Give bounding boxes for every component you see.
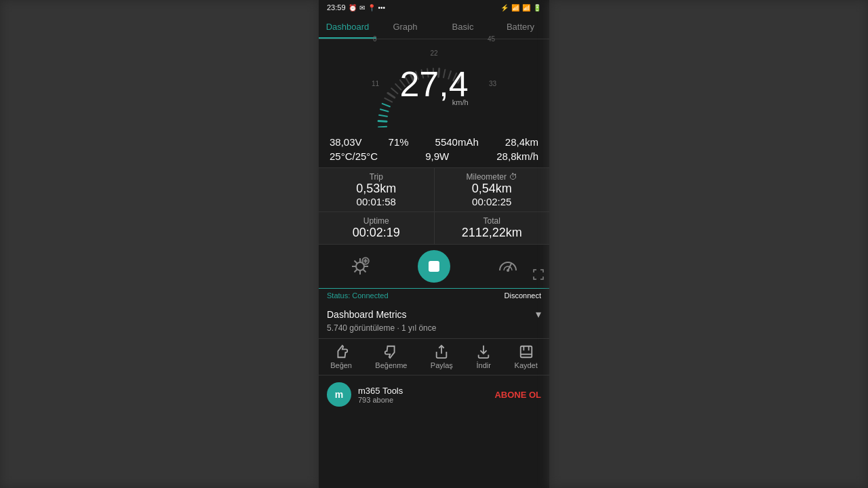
- msg-icon: ✉: [359, 4, 365, 12]
- youtube-actions: Beğen Beğenme Paylaş: [319, 338, 549, 375]
- youtube-title: Dashboard Metrics: [327, 309, 407, 320]
- tab-graph[interactable]: Graph: [376, 15, 434, 39]
- mileometer-column: Mileometer ⏱ 0,54km 00:02:25: [435, 168, 550, 211]
- app-status-bar: Status: Connected Disconnect: [319, 288, 549, 302]
- channel-name: m365 Tools: [358, 386, 488, 396]
- youtube-meta: 5.740 görüntüleme · 1 yıl önce: [319, 323, 549, 338]
- left-blur-panel: [0, 0, 319, 488]
- trip-mileometer: Trip 0,53km 00:01:58 Mileometer ⏱ 0,54km…: [319, 167, 549, 211]
- svg-line-37: [379, 115, 387, 117]
- alarm-icon: ⏰: [349, 4, 357, 12]
- settings-icon[interactable]: [345, 251, 375, 281]
- stat-mah: 5540mAh: [435, 136, 479, 148]
- svg-line-0: [384, 98, 392, 102]
- channel-row: m m365 Tools 793 abone ABONE OL: [319, 375, 549, 413]
- stat-speed: 28,8km/h: [496, 150, 538, 162]
- share-button[interactable]: Paylaş: [431, 344, 453, 369]
- status-bar: 23:59 ⏰ ✉ 📍 ••• ⚡ 📶 📶 🔋: [319, 0, 549, 15]
- stat-power: 9,9W: [425, 150, 449, 162]
- svg-line-39: [382, 104, 390, 106]
- label-45: 45: [488, 35, 495, 43]
- stats-row-1: 38,03V 71% 5540mAh 28,4km: [330, 136, 538, 148]
- stat-temp: 25°C/25°C: [330, 150, 378, 162]
- trip-column: Trip 0,53km 00:01:58: [319, 168, 435, 211]
- more-icon: •••: [378, 4, 386, 12]
- action-bar: [319, 244, 549, 288]
- uptime-title: Uptime: [327, 216, 426, 226]
- trip-title: Trip: [370, 172, 383, 182]
- tab-bar: Dashboard Graph Basic Battery: [319, 15, 549, 39]
- bluetooth-icon: ⚡: [500, 4, 509, 12]
- history-icon[interactable]: ⏱: [509, 172, 517, 182]
- label-22: 22: [430, 49, 437, 57]
- mileometer-time: 00:02:25: [443, 196, 542, 207]
- speed-display: 27,4 km/h: [399, 66, 468, 106]
- uptime-column: Uptime 00:02:19: [319, 212, 435, 244]
- label-11: 11: [372, 80, 379, 87]
- tab-dashboard[interactable]: Dashboard: [319, 15, 376, 39]
- label-33: 33: [489, 80, 496, 87]
- channel-subs: 793 abone: [358, 396, 488, 404]
- phone-container: 23:59 ⏰ ✉ 📍 ••• ⚡ 📶 📶 🔋 Dashboard Graph …: [319, 0, 549, 488]
- expand-icon[interactable]: ▾: [536, 308, 541, 321]
- speedometer: 0 11 22 33 45 27,4 km/h: [366, 46, 502, 127]
- uptime-time: 00:02:19: [327, 226, 426, 240]
- channel-info: m365 Tools 793 abone: [358, 386, 488, 404]
- dislike-button[interactable]: Beğenme: [375, 344, 407, 369]
- channel-avatar: m: [327, 382, 351, 407]
- speedometer-icon[interactable]: [493, 251, 523, 281]
- like-button[interactable]: Beğen: [330, 344, 352, 369]
- stats-area: 38,03V 71% 5540mAh 28,4km 25°C/25°C 9,9W…: [319, 131, 549, 167]
- disconnect-button[interactable]: Disconnect: [505, 291, 541, 300]
- total-distance: 2112,22km: [443, 226, 542, 240]
- download-button[interactable]: İndir: [476, 344, 491, 369]
- stats-row-2: 25°C/25°C 9,9W 28,8km/h: [330, 150, 538, 162]
- youtube-panel: Dashboard Metrics ▾ 5.740 görüntüleme · …: [319, 302, 549, 488]
- youtube-header: Dashboard Metrics ▾: [319, 302, 549, 323]
- stat-battery: 71%: [389, 136, 409, 148]
- total-title: Total: [443, 216, 542, 226]
- total-column: Total 2112,22km: [435, 212, 550, 244]
- stop-icon: [429, 261, 439, 272]
- speed-value: 27,4: [399, 66, 468, 102]
- trip-time: 00:01:58: [327, 196, 426, 207]
- mileometer-distance: 0,54km: [443, 182, 542, 196]
- svg-line-2: [391, 88, 397, 94]
- svg-line-1: [388, 93, 395, 98]
- label-0: 0: [373, 35, 377, 43]
- stat-distance: 28,4km: [505, 136, 538, 148]
- save-button[interactable]: Kaydet: [515, 344, 538, 369]
- stop-button[interactable]: [418, 250, 450, 283]
- svg-line-35: [378, 127, 387, 127]
- uptime-total: Uptime 00:02:19 Total 2112,22km: [319, 211, 549, 244]
- wifi-icon: 📶: [511, 4, 519, 12]
- svg-point-43: [507, 269, 509, 272]
- fullscreen-button[interactable]: [533, 269, 544, 283]
- tab-basic[interactable]: Basic: [434, 15, 492, 39]
- speedometer-area: 0 11 22 33 45 27,4 km/h: [319, 39, 549, 131]
- battery-icon: 🔋: [533, 4, 541, 12]
- tab-battery[interactable]: Battery: [492, 15, 549, 39]
- svg-line-36: [378, 121, 387, 122]
- status-time: 23:59: [327, 3, 346, 12]
- right-blur-panel: [549, 0, 868, 488]
- svg-line-38: [380, 109, 389, 111]
- subscribe-button[interactable]: ABONE OL: [494, 390, 541, 400]
- status-connected: Status: Connected: [327, 291, 389, 300]
- trip-distance: 0,53km: [327, 182, 426, 196]
- location-icon: 📍: [368, 4, 376, 12]
- mileometer-title: Mileometer: [467, 172, 507, 182]
- svg-rect-45: [520, 346, 532, 358]
- stat-voltage: 38,03V: [330, 136, 362, 148]
- signal-icon: 📶: [522, 4, 530, 12]
